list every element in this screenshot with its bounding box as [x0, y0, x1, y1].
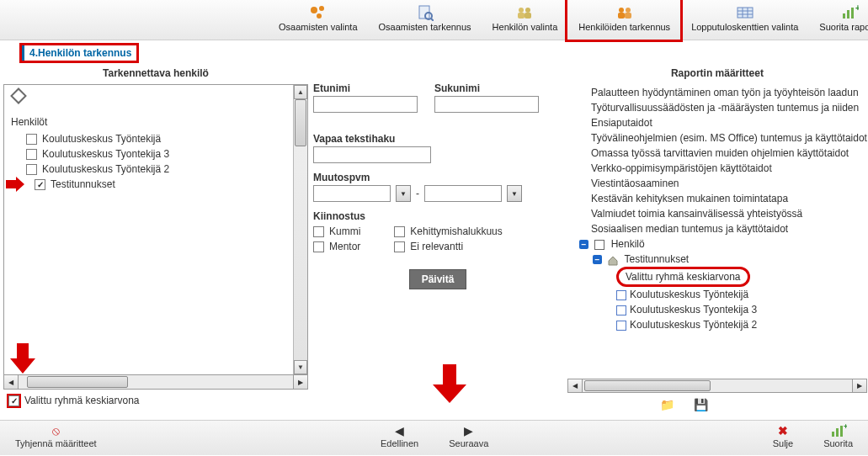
person-row[interactable]: Koulutuskeskus Työntekijä 2 — [11, 162, 286, 177]
x-icon: ✖ — [773, 423, 793, 438]
dropdown-icon[interactable]: ▼ — [507, 185, 522, 202]
eirel-label: Ei relevantti — [410, 241, 463, 252]
run-button[interactable]: + Suorita — [808, 421, 868, 455]
person-row[interactable]: Koulutuskeskus Työntekijä — [11, 131, 286, 146]
lastname-input[interactable] — [434, 96, 539, 113]
collapse-icon[interactable]: − — [593, 255, 602, 264]
date-from-input[interactable] — [313, 185, 391, 202]
svg-point-1 — [319, 6, 324, 11]
tree-person-row[interactable]: Koulutuskeskus Työntekijä 2 — [616, 317, 867, 332]
home-icon — [608, 255, 618, 265]
attr-line[interactable]: Työvälineohjelmien (esim. MS Office) tun… — [591, 130, 867, 146]
tab-label: Henkilön valinta — [493, 22, 558, 32]
tab-henkiloiden-tarkennus[interactable]: Henkilöiden tarkennus — [567, 0, 680, 40]
scroll-thumb[interactable] — [584, 380, 711, 391]
horizontal-scrollbar[interactable]: ◀ ▶ — [3, 375, 308, 390]
horizontal-scrollbar[interactable]: ◀ ▶ — [567, 379, 867, 393]
person-row[interactable]: Koulutuskeskus Tyontekija 3 — [11, 146, 286, 162]
checkbox-icon[interactable] — [35, 179, 45, 190]
date-to-input[interactable] — [424, 185, 502, 202]
diamond-icon[interactable] — [10, 87, 27, 104]
checkbox-icon[interactable] — [26, 134, 37, 145]
scroll-thumb[interactable] — [27, 376, 128, 388]
prev-button[interactable]: ◀ Edellinen — [365, 421, 434, 455]
interest-label: Kiinnostus — [313, 210, 562, 222]
freetext-label: Vapaa tekstihaku — [313, 133, 562, 145]
attr-line[interactable]: Omassa työssä tarvittavien muiden ohjelm… — [591, 146, 867, 161]
open-icon[interactable]: 📁 — [660, 398, 674, 411]
tree-root-row[interactable]: − Henkilö — [579, 236, 867, 252]
scroll-left-icon[interactable]: ◀ — [568, 379, 583, 392]
person-row[interactable]: Testitunnukset — [11, 177, 286, 192]
checkbox-icon[interactable] — [394, 226, 405, 237]
toolbar-spacer — [0, 0, 268, 40]
scroll-left-icon[interactable]: ◀ — [4, 375, 19, 389]
tab-osaamisten-valinta[interactable]: Osaamisten valinta — [268, 0, 368, 40]
tab-suorita-raportti[interactable]: + Suorita raportti — [808, 0, 868, 40]
svg-rect-21 — [851, 8, 854, 19]
attr-line[interactable]: Viestintäosaaminen — [591, 176, 867, 191]
svg-rect-7 — [518, 13, 525, 19]
mentor-row[interactable]: Mentor — [313, 239, 360, 254]
update-button[interactable]: Päivitä — [409, 269, 467, 289]
tree-root-label: Henkilö — [611, 238, 645, 250]
kummi-row[interactable]: Kummi — [313, 224, 360, 239]
attr-line[interactable]: Kestävän kehityksen mukainen toimintatap… — [591, 191, 867, 206]
scroll-right-icon[interactable]: ▶ — [852, 379, 866, 392]
svg-line-5 — [431, 19, 434, 21]
tree-person-row[interactable]: Koulutuskeskus Työntekijä — [616, 287, 867, 302]
tree-person-row[interactable]: Koulutuskeskus Tyontekija 3 — [616, 302, 867, 317]
scroll-down-icon[interactable]: ▼ — [294, 360, 307, 374]
freetext-input[interactable] — [313, 146, 431, 163]
close-button[interactable]: ✖ Sulje — [758, 421, 808, 455]
dropdown-icon[interactable]: ▼ — [396, 185, 411, 202]
eirel-row[interactable]: Ei relevantti — [394, 239, 502, 254]
next-label: Seuraava — [449, 438, 488, 448]
tab-lopputuloskenttien-valinta[interactable]: Lopputuloskenttien valinta — [680, 0, 808, 40]
checkbox-icon[interactable] — [26, 164, 37, 175]
scroll-up-icon[interactable]: ▲ — [294, 85, 307, 99]
svg-point-10 — [619, 8, 624, 13]
attr-line[interactable]: Palautteen hyödyntäminen oman työn ja ty… — [591, 85, 867, 100]
avg-checkbox[interactable] — [8, 395, 19, 406]
arrow-down-icon — [431, 363, 468, 405]
checkbox-icon[interactable] — [394, 241, 405, 252]
changedate-label: Muutospvm — [313, 172, 562, 183]
left-panel: Henkilöt Koulutuskeskus Työntekijä Koulu… — [3, 84, 308, 375]
tree-avg-row[interactable]: Valittu ryhmä keskiarvona — [616, 267, 867, 287]
svg-rect-13 — [625, 13, 631, 19]
clear-button[interactable]: ⦸ Tyhjennä määritteet — [0, 421, 112, 455]
firstname-input[interactable] — [313, 96, 418, 113]
tab-label: Osaamisten tarkennus — [379, 22, 471, 32]
kehitt-row[interactable]: Kehittymishalukkuus — [394, 224, 502, 239]
save-icon[interactable]: 💾 — [694, 398, 708, 411]
attr-line[interactable]: Työturvallisuussäädösten ja -määräysten … — [591, 100, 867, 115]
attr-line[interactable]: Sosiaalisen median tuntemus ja käyttötai… — [591, 221, 867, 236]
svg-marker-26 — [433, 364, 466, 403]
next-button[interactable]: ▶ Seuraava — [434, 421, 503, 455]
person-label: Koulutuskeskus Työntekijä 2 — [42, 163, 169, 175]
tab-henkilon-valinta[interactable]: Henkilön valinta — [482, 0, 568, 40]
svg-rect-9 — [525, 13, 531, 19]
attr-line[interactable]: Valmiudet toimia kansainvälisessä yhteis… — [591, 206, 867, 221]
svg-rect-29 — [840, 426, 843, 437]
collapse-icon[interactable]: − — [579, 240, 588, 249]
tab-osaamisten-tarkennus[interactable]: Osaamisten tarkennus — [368, 0, 482, 40]
tree-child-row[interactable]: − Testitunnukset — [593, 252, 867, 267]
person-label: Testitunnukset — [51, 178, 115, 190]
vertical-scrollbar[interactable]: ▲ ▼ — [293, 85, 307, 374]
checkbox-icon[interactable] — [313, 226, 324, 237]
chart-plus-icon: + — [819, 3, 868, 22]
tab-label: Suorita raportti — [819, 22, 868, 32]
triangle-left-icon: ◀ — [381, 423, 418, 438]
tab-label: Henkilöiden tarkennus — [578, 22, 670, 32]
checkbox-icon[interactable] — [26, 149, 37, 160]
svg-marker-24 — [10, 343, 35, 374]
scroll-right-icon[interactable]: ▶ — [293, 375, 307, 389]
checkbox-icon[interactable] — [313, 241, 324, 252]
scroll-thumb[interactable] — [295, 99, 306, 146]
person-label: Koulutuskeskus Työntekijä — [42, 133, 161, 145]
svg-marker-25 — [609, 257, 617, 265]
attr-line[interactable]: Ensiaputaidot — [591, 115, 867, 130]
attr-line[interactable]: Verkko-oppimisympäristöjen käyttötaidot — [591, 161, 867, 176]
